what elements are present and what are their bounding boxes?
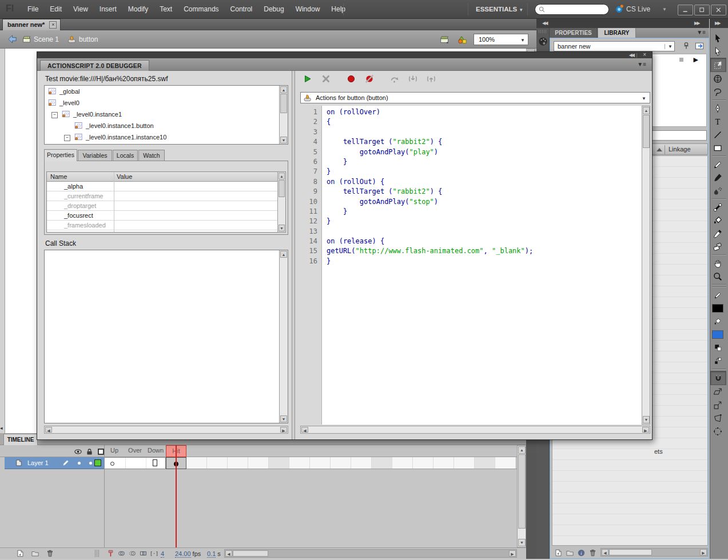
- code-line[interactable]: 8on (rollOut) {: [300, 177, 641, 187]
- code-line[interactable]: 2{: [300, 117, 641, 127]
- scroll-up-icon[interactable]: ▲: [280, 86, 287, 93]
- column-header-value[interactable]: Value: [117, 173, 132, 180]
- dock-grip[interactable]: [539, 30, 547, 33]
- left-horizontal-scrollbar[interactable]: ◀ ▶: [44, 426, 288, 434]
- table-header[interactable]: Name Value: [47, 172, 277, 182]
- layer-name-label[interactable]: Layer 1: [27, 459, 49, 466]
- pin-library-icon[interactable]: [681, 41, 691, 51]
- frame-label-down[interactable]: Down: [145, 447, 166, 454]
- frame-label-up[interactable]: Up: [104, 447, 125, 454]
- layer-outline-color-swatch[interactable]: [94, 459, 101, 466]
- debug-step-in-button[interactable]: [407, 73, 419, 85]
- scroll-up-icon[interactable]: ▲: [279, 173, 285, 179]
- 3d-rotation-tool[interactable]: [710, 72, 725, 85]
- text-tool[interactable]: T: [710, 115, 725, 128]
- empty-frame-cell[interactable]: [351, 457, 372, 469]
- rotate-skew-option[interactable]: [710, 385, 725, 398]
- preview-play-icon[interactable]: ▶: [694, 56, 698, 63]
- debugger-close-icon[interactable]: ×: [643, 51, 646, 58]
- tab-properties[interactable]: PROPERTIES: [550, 28, 598, 38]
- code-line[interactable]: 15getURL("http://www.flash-animated.com"…: [300, 246, 641, 256]
- menu-help[interactable]: Help: [325, 0, 351, 19]
- table-column-divider[interactable]: [114, 172, 114, 232]
- edit-multiple-frames-button[interactable]: [138, 549, 149, 558]
- menu-commands[interactable]: Commands: [178, 0, 224, 19]
- menu-modify[interactable]: Modify: [122, 0, 154, 19]
- library-document-select[interactable]: banner new ▼: [554, 41, 675, 51]
- timeline-horizontal-scrollbar[interactable]: ◀ ▶: [224, 549, 517, 558]
- selection-tool[interactable]: [710, 31, 725, 45]
- menu-control[interactable]: Control: [225, 0, 258, 19]
- scroll-down-icon[interactable]: ▼: [279, 225, 285, 231]
- eraser-tool[interactable]: [710, 240, 725, 253]
- new-layer-button[interactable]: [13, 549, 27, 558]
- expand-panels-icon[interactable]: ▶▶: [694, 21, 699, 26]
- library-item-label[interactable]: ets: [654, 448, 663, 455]
- black-and-white-icon[interactable]: [710, 341, 725, 354]
- tab-variables[interactable]: Variables: [78, 150, 112, 161]
- tree-vertical-scrollbar[interactable]: ▲ ▼: [279, 86, 288, 144]
- frame-label-over[interactable]: Over: [125, 447, 145, 454]
- center-frame-button[interactable]: [105, 549, 116, 558]
- current-frame-value[interactable]: 4: [161, 550, 164, 558]
- code-vertical-scrollbar[interactable]: ▲ ▼: [642, 106, 650, 425]
- edit-symbols-icon[interactable]: [456, 34, 468, 45]
- frame-span-up-down[interactable]: [104, 457, 166, 469]
- breadcrumb-symbol[interactable]: button: [79, 35, 98, 43]
- color-panel-icon[interactable]: [538, 36, 548, 47]
- collapse-to-icons-icon[interactable]: ◀◀: [629, 53, 634, 58]
- scroll-right-icon[interactable]: ▶: [642, 427, 649, 433]
- new-folder-button[interactable]: [564, 548, 575, 558]
- actions-dropdown-arrow-icon[interactable]: ▼: [642, 96, 646, 101]
- rectangle-tool[interactable]: [710, 141, 725, 154]
- menu-text[interactable]: Text: [154, 0, 178, 19]
- code-line[interactable]: 12}: [300, 217, 641, 226]
- stage-zoom-select[interactable]: 100% ▼: [474, 34, 528, 45]
- scroll-right-icon[interactable]: ▶: [509, 550, 516, 557]
- menu-edit[interactable]: Edit: [44, 0, 67, 19]
- call-stack-box[interactable]: ▲ ▼: [44, 250, 288, 423]
- debug-toggle-breakpoint-button[interactable]: [345, 73, 357, 85]
- playhead-line[interactable]: [176, 445, 177, 547]
- empty-frame-cell[interactable]: [248, 457, 269, 469]
- swap-colors-icon[interactable]: [710, 354, 725, 367]
- scroll-left-icon[interactable]: ◀: [602, 549, 608, 555]
- debugger-title-bar[interactable]: ◀◀ ×: [37, 52, 652, 58]
- table-row[interactable]: _droptarget: [47, 201, 277, 211]
- callstack-vertical-scrollbar[interactable]: ▲ ▼: [279, 250, 288, 423]
- empty-frame-cell[interactable]: [331, 457, 351, 469]
- scroll-up-icon[interactable]: ▲: [280, 251, 287, 258]
- empty-frame-cell[interactable]: [413, 457, 433, 469]
- new-library-panel-icon[interactable]: [694, 41, 705, 51]
- tree-expander-icon[interactable]: −: [64, 135, 70, 141]
- empty-frame-cell[interactable]: [372, 457, 392, 469]
- modify-markers-button[interactable]: [·]: [149, 549, 160, 558]
- lasso-tool[interactable]: [710, 85, 725, 98]
- document-tab[interactable]: banner new* ×: [2, 19, 61, 30]
- tab-properties[interactable]: Properties: [44, 149, 77, 161]
- code-editor[interactable]: 1on (rollOver)2{34 tellTarget ("rabbit2"…: [300, 107, 641, 266]
- code-line[interactable]: 13: [300, 227, 641, 237]
- new-symbol-button[interactable]: [552, 548, 564, 558]
- free-transform-tool[interactable]: [710, 58, 726, 72]
- debug-step-out-button[interactable]: [425, 73, 437, 85]
- document-tab-close-icon[interactable]: ×: [49, 21, 57, 29]
- empty-frame-cell[interactable]: [228, 457, 248, 469]
- library-horizontal-scrollbar[interactable]: ◀ ▶: [600, 548, 708, 557]
- fill-color-swatch[interactable]: [710, 328, 725, 341]
- snap-to-objects-option[interactable]: [710, 371, 726, 385]
- sort-ascending-icon[interactable]: [657, 148, 662, 151]
- empty-frame-cell[interactable]: [269, 457, 289, 469]
- close-button[interactable]: [711, 5, 726, 15]
- tree-item[interactable]: _level0.instance1.button: [45, 121, 288, 132]
- brush-tool[interactable]: [710, 171, 725, 184]
- empty-frame-cell[interactable]: [475, 457, 495, 469]
- empty-frame-cell[interactable]: [495, 457, 516, 469]
- paint-bucket-tool[interactable]: [710, 214, 725, 227]
- back-arrow-icon[interactable]: [7, 34, 18, 45]
- scroll-down-icon[interactable]: ▼: [280, 137, 287, 143]
- tab-locals[interactable]: Locals: [113, 150, 138, 161]
- elapsed-time-value[interactable]: 0.1: [207, 550, 216, 558]
- scroll-down-icon[interactable]: ▼: [280, 415, 287, 422]
- new-folder-button[interactable]: [27, 549, 42, 558]
